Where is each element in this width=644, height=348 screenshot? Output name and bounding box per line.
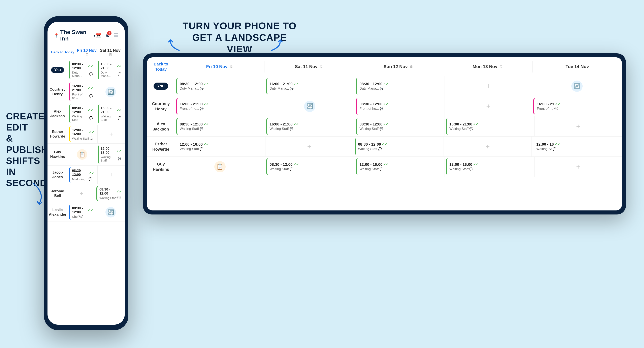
shift-time: 16:00 - 21:00 ✓✓ [100,62,122,70]
calendar-icon[interactable]: 📅 [96,33,102,38]
shift-role: Chef 💬 [72,215,93,218]
tablet-shift-esther-tue[interactable]: 12:00 - 16 ✓✓ Waiting St 💬 [532,137,622,156]
shift-block: 16:00 - 21:00 ✓✓ Waiting Staff 💬 [98,105,124,123]
emp-name: Jacob Jones [49,170,66,180]
tab-shift-block: 08:30 - 12:00 ✓✓ Duty Mana... 💬 [176,78,264,95]
shift-guy-sat[interactable]: 12:00 - 16:00 ✓✓ Waiting Staff 💬 [96,144,125,165]
roster-row-alex: Alex Jackson 08:30 - 12:00 ✓✓ Waiting St… [48,103,125,125]
tablet-shift-esther-mon-empty[interactable]: + [444,137,532,156]
shift-you-fri[interactable]: 08:30 - 12:00 ✓✓ Duty Mana... 💬 [68,59,96,81]
venue-selector[interactable]: 📍 The Swan Inn ▾ [54,29,96,42]
tablet-mockup: Back to Today Fri 10 Nov 🗓 Sat 11 Nov 🗓 … [143,53,626,214]
shift-role: Front of ho... 💬 [72,93,93,100]
tab-shift-role: Waiting Staff 💬 [270,167,351,171]
tablet-row-you: You 08:30 - 12:00 ✓✓ Duty Mana... 💬 16:0… [147,76,622,96]
tablet-shift-alex-mon[interactable]: 16:00 - 21:00 ✓✓ Waiting Staff 💬 [445,116,535,136]
tab-shift-block: 12:00 - 16:00 ✓✓ Waiting Staff 💬 [446,158,533,175]
shift-esther-sat-empty[interactable]: + [98,125,125,143]
menu-icon[interactable]: ☰ [114,33,118,38]
tablet-shift-guy-tue-empty[interactable]: + [534,157,622,177]
date-fri-cal-icon: 🗓 [86,53,89,57]
tablet-shift-you-sun[interactable]: 08:30 - 12:00 ✓✓ Duty Mana... 💬 [355,76,445,96]
tab-shift-role: Waiting Staff 💬 [450,167,531,171]
tablet-shift-alex-sun[interactable]: 08:30 - 12:00 ✓✓ Waiting Staff 💬 [355,116,445,136]
shift-you-sat[interactable]: 16:00 - 21:00 ✓✓ Duty Mana... 💬 [96,59,125,81]
shift-role: Duty Mana... 💬 [100,71,122,78]
shift-jacob-fri[interactable]: 08:30 - 12:00 ✓✓ Marketing... 💬 [68,166,98,184]
shift-jerome-sat[interactable]: 08:30 - 12:00 ✓✓ Waiting Staff 💬 [95,184,125,203]
tablet-sat-cal-icon: 🗓 [320,65,323,69]
tablet-emp-you: You [147,76,175,96]
tab-shift-block: 08:30 - 12:00 ✓✓ Duty Mana... 💬 [356,78,443,95]
tablet-shift-guy-fri[interactable]: 📋 [175,157,265,177]
shift-alex-fri[interactable]: 08:30 - 12:00 ✓✓ Waiting Staff 💬 [68,103,96,125]
emp-guy-cell: Guy Hawkins [48,144,68,165]
date-column-fri[interactable]: Fri 10 Nov 🗓 [76,48,98,57]
phone-mockup: 📍 The Swan Inn ▾ 📅 ⚙ 5 ☰ Back to Today [44,16,128,330]
tablet-shift-esther-fri[interactable]: 12:00 - 16:00 ✓✓ Waiting Staff 💬 [175,137,266,156]
tab-shift-time: 16:00 - 21:00 ✓✓ [450,122,531,127]
tablet-date-header: Back to Today Fri 10 Nov 🗓 Sat 11 Nov 🗓 … [147,57,622,76]
tablet-shift-esther-sun[interactable]: 08:30 - 12:00 ✓✓ Waiting Staff 💬 [354,137,444,156]
shift-guy-fri[interactable]: 📋 [68,144,96,165]
tablet-date-fri[interactable]: Fri 10 Nov 🗓 [175,61,264,73]
tab-shift-role: Front of ho 💬 [537,107,618,111]
tab-shift-role: Front of ho... 💬 [360,107,441,111]
shift-time: 08:30 - 12:00 ✓✓ [100,187,122,196]
tablet-shift-esther-sat-empty[interactable]: + [266,137,354,156]
tablet-shift-you-sat[interactable]: 16:00 - 21:00 ✓✓ Duty Mana... 💬 [265,76,355,96]
tablet-shift-alex-fri[interactable]: 08:30 - 12:00 ✓✓ Waiting Staff 💬 [175,116,265,136]
shift-time: 16:00 - 21:00 ✓✓ [72,84,93,92]
emp-name: Leslie Alexander [49,208,66,217]
tablet-row-esther: Esther Howarde 12:00 - 16:00 ✓✓ Waiting … [147,137,622,157]
tab-shift-block: 16:00 - 21 ✓✓ Front of ho 💬 [533,98,621,115]
shift-leslie-sat[interactable]: 🔄 [96,203,125,221]
shift-leslie-fri[interactable]: 08:30 - 12:00 ✓✓ Chef 💬 [68,203,96,221]
tablet-shift-courtney-tue[interactable]: 16:00 - 21 ✓✓ Front of ho 💬 [532,96,622,116]
tablet-shift-courtney-sun[interactable]: 08:30 - 12:00 ✓✓ Front of ho... 💬 [355,96,445,116]
tablet-emp-name: Guy Hawkins [148,162,173,172]
tab-shift-role: Front of ho... 💬 [180,107,261,111]
tablet-shift-guy-sun[interactable]: 12:00 - 16:00 ✓✓ Waiting Staff 💬 [355,157,445,177]
shift-courtney-fri[interactable]: 16:00 - 21:00 ✓✓ Front of ho... 💬 [68,81,96,103]
tablet-emp-name: Courtney Henry [148,101,173,112]
tab-shift-time: 08:30 - 12:00 ✓✓ [180,82,261,86]
tablet-shift-alex-sat[interactable]: 16:00 - 21:00 ✓✓ Waiting Staff 💬 [265,116,355,136]
shift-jacob-sat-empty[interactable]: + [98,166,125,184]
tablet-emp-name: Alex Jackson [148,121,173,132]
tab-shift-time: 12:00 - 16:00 ✓✓ [360,162,441,167]
tablet-shift-alex-tue-empty[interactable]: + [534,116,622,136]
back-today-button[interactable]: Back to Today [51,50,74,54]
tablet-shift-you-tue[interactable]: 🔄 [532,76,622,96]
tablet-shift-guy-sat[interactable]: 08:30 - 12:00 ✓✓ Waiting Staff 💬 [265,157,355,177]
tablet-roster-body: You 08:30 - 12:00 ✓✓ Duty Mana... 💬 16:0… [147,76,622,210]
shift-alex-sat[interactable]: 16:00 - 21:00 ✓✓ Waiting Staff 💬 [96,103,125,125]
shift-jerome-fri-empty[interactable]: + [68,184,95,203]
tablet-date-sat[interactable]: Sat 11 Nov 🗓 [264,61,354,73]
tablet-date-tue-label: Tue 14 Nov [566,64,589,69]
shift-role: Waiting Staff 💬 [72,115,93,121]
tab-shift-time: 08:30 - 12:00 ✓✓ [270,162,351,167]
tablet-back-today-button[interactable]: Back to Today [147,57,175,76]
tablet-shift-you-mon-empty[interactable]: + [445,76,532,96]
tablet-date-sun[interactable]: Sun 12 Nov 🗓 [354,61,443,73]
tab-shift-time: 12:00 - 16 ✓✓ [536,142,618,147]
create-edit-label: CREATE, EDIT & PUBLISH SHIFTS IN SECONDS [6,111,50,188]
filter-icon[interactable]: ⚙ 5 [106,33,110,38]
shift-role: Waiting Staff 💬 [100,155,122,162]
shift-courtney-sat[interactable]: 🔄 [96,81,125,103]
tablet-shift-you-fri[interactable]: 08:30 - 12:00 ✓✓ Duty Mana... 💬 [175,76,265,96]
tablet-shift-courtney-fri[interactable]: 16:00 - 21:00 ✓✓ Front of ho... 💬 [175,96,265,116]
tablet-date-tue[interactable]: Tue 14 Nov [533,61,622,73]
tablet-shift-courtney-sat[interactable]: 🔄 [265,96,355,116]
date-sat-cal-icon: 🗓 [109,53,112,57]
shift-esther-fri[interactable]: 12:00 - 16:00 ✓✓ Waiting Staff 💬 [68,125,98,143]
tablet-date-sat-label: Sat 11 Nov [295,64,318,69]
roster-row-jacob: Jacob Jones 08:30 - 12:00 ✓✓ Marketing..… [48,166,125,184]
tablet-shift-guy-mon[interactable]: 12:00 - 16:00 ✓✓ Waiting Staff 💬 [445,157,535,177]
tablet-shift-courtney-mon-empty[interactable]: + [445,96,532,116]
tab-shift-block: 08:30 - 12:00 ✓✓ Waiting Staff 💬 [356,118,443,135]
shift-time: 08:30 - 12:00 ✓✓ [72,206,93,214]
date-column-sat[interactable]: Sat 11 Nov 🗓 [99,48,121,57]
tablet-date-mon[interactable]: Mon 13 Nov 🗓 [443,61,533,73]
